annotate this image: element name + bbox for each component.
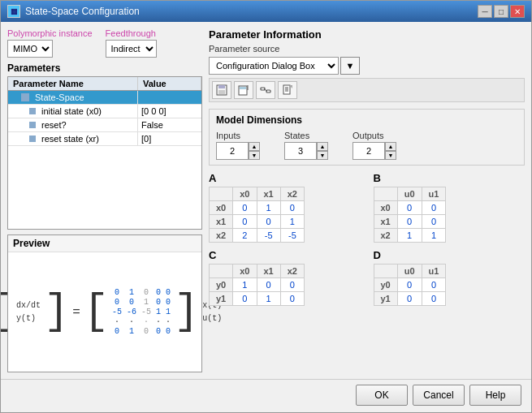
table-cell[interactable]: 0: [397, 278, 422, 292]
outputs-up[interactable]: ▲: [385, 142, 396, 151]
link-toolbar-button[interactable]: [256, 81, 275, 99]
table-header-cell: u1: [422, 187, 446, 201]
cancel-button[interactable]: Cancel: [413, 385, 465, 406]
param-name-cell: State-Space: [8, 91, 138, 104]
table-cell[interactable]: 0: [397, 292, 422, 306]
table-cell[interactable]: 0: [397, 215, 422, 229]
table-row-header: x2: [210, 229, 233, 243]
table-cell[interactable]: 1: [397, 229, 422, 243]
save-toolbar-button[interactable]: [212, 81, 231, 99]
matrix-bracket-left: [: [84, 291, 109, 333]
inputs-down[interactable]: ▼: [249, 151, 260, 160]
states-label: States: [284, 131, 328, 140]
right-panel: Parameter Information Parameter source C…: [209, 28, 525, 372]
table-header-cell: x1: [257, 187, 280, 201]
polymorphic-select[interactable]: MIMO SISO SIMO MISO: [7, 40, 53, 58]
table-row[interactable]: initial state (x0) [0 0 0]: [8, 105, 201, 118]
table-header-cell: [210, 187, 233, 201]
inputs-label: Inputs: [216, 131, 260, 140]
states-input[interactable]: [284, 142, 317, 160]
table-cell[interactable]: 0: [422, 278, 446, 292]
table-cell[interactable]: 0: [280, 292, 304, 306]
param-name-cell: reset state (xr): [8, 132, 138, 145]
preview-label: Preview: [8, 235, 201, 252]
table-cell[interactable]: 0: [233, 201, 257, 215]
param-source-dropdown[interactable]: Configuration Dialog Box: [209, 57, 339, 75]
param-value-cell: [0 0 0]: [138, 105, 201, 118]
table-header-cell: [374, 187, 397, 201]
table-cell[interactable]: 1: [257, 292, 280, 306]
table-row-header: y0: [210, 278, 233, 292]
table-row[interactable]: State-Space: [8, 91, 201, 105]
source-dropdown-arrow[interactable]: ▼: [340, 57, 360, 75]
dialog-icon: ▦: [7, 5, 20, 18]
outputs-spinner[interactable]: ▲ ▼: [353, 142, 396, 160]
table-cell[interactable]: -5: [280, 229, 304, 243]
table-cell[interactable]: 0: [422, 201, 446, 215]
table-cell[interactable]: 1: [233, 278, 257, 292]
svg-rect-2: [218, 90, 225, 94]
param-source-label: Parameter source: [209, 44, 279, 54]
param-value-cell: False: [138, 118, 201, 131]
matrix-D-label: D: [374, 249, 526, 261]
file-save-toolbar-button[interactable]: [234, 81, 253, 99]
states-up[interactable]: ▲: [317, 142, 328, 151]
param-name-cell: reset?: [8, 118, 138, 131]
states-spinner[interactable]: ▲ ▼: [284, 142, 328, 160]
table-cell[interactable]: 0: [257, 215, 280, 229]
table-row-header: x2: [374, 229, 397, 243]
outputs-down[interactable]: ▼: [385, 151, 396, 160]
inputs-spinner[interactable]: ▲ ▼: [216, 142, 260, 160]
table-cell[interactable]: 1: [280, 215, 304, 229]
matrix-D: D u0 u1 y0 0 0: [374, 249, 526, 306]
table-cell[interactable]: 0: [280, 201, 304, 215]
table-cell[interactable]: 0: [233, 215, 257, 229]
params-body: State-Space initial state (x0) [0 0 0]: [8, 91, 201, 229]
minimize-button[interactable]: ─: [478, 5, 492, 18]
maximize-button[interactable]: □: [494, 5, 508, 18]
equals: =: [72, 305, 80, 320]
table-cell[interactable]: 1: [422, 229, 446, 243]
table-cell[interactable]: 0: [422, 292, 446, 306]
outputs-input[interactable]: [353, 142, 385, 160]
svg-rect-4: [240, 87, 246, 89]
table-header-cell: x2: [280, 187, 304, 201]
close-button[interactable]: ✕: [510, 5, 525, 18]
table-header-cell: u0: [397, 187, 422, 201]
states-down[interactable]: ▼: [317, 151, 328, 160]
table-cell[interactable]: 0: [397, 201, 422, 215]
table-cell[interactable]: 0: [233, 292, 257, 306]
toolbar-row: [209, 78, 525, 102]
table-row-header: x1: [210, 215, 233, 229]
matrix-A-label: A: [209, 172, 361, 184]
section-title: Parameter Information: [209, 28, 525, 41]
param-value-cell: [138, 91, 201, 104]
table-cell[interactable]: 2: [233, 229, 257, 243]
bracket-right: ]: [44, 291, 69, 333]
param-value-cell: [0]: [138, 132, 201, 145]
table-cell[interactable]: 0: [422, 215, 446, 229]
ok-button[interactable]: OK: [356, 385, 408, 406]
help-button[interactable]: Help: [469, 385, 521, 406]
outputs-label: Outputs: [353, 131, 396, 140]
parameter-info-section: Parameter Information Parameter source C…: [209, 28, 525, 102]
table-cell[interactable]: 1: [257, 201, 280, 215]
matrix-B-label: B: [374, 172, 526, 184]
table-row[interactable]: reset? False: [8, 118, 201, 132]
table-cell[interactable]: -5: [257, 229, 280, 243]
inputs-input[interactable]: [216, 142, 249, 160]
table-row-header: x0: [210, 201, 233, 215]
table-row[interactable]: reset state (xr) [0]: [8, 132, 201, 146]
matrix-B-table: u0 u1 x0 0 0 x1 0 0: [374, 187, 447, 243]
matrix-A: A x0 x1 x2 x0 0 1: [209, 172, 361, 243]
new-toolbar-button[interactable]: [278, 81, 297, 99]
inputs-up[interactable]: ▲: [249, 142, 260, 151]
bottom-bar: OK Cancel Help: [1, 379, 531, 412]
matrix-A-table: x0 x1 x2 x0 0 1 0 x1: [209, 187, 305, 243]
table-cell[interactable]: 0: [257, 278, 280, 292]
feedthrough-select[interactable]: Indirect Direct: [106, 40, 157, 58]
param-name-header: Parameter Name: [8, 77, 138, 90]
matrices-row-1: A x0 x1 x2 x0 0 1: [209, 172, 525, 243]
param-name-cell: initial state (x0): [8, 105, 138, 118]
table-cell[interactable]: 0: [280, 278, 304, 292]
